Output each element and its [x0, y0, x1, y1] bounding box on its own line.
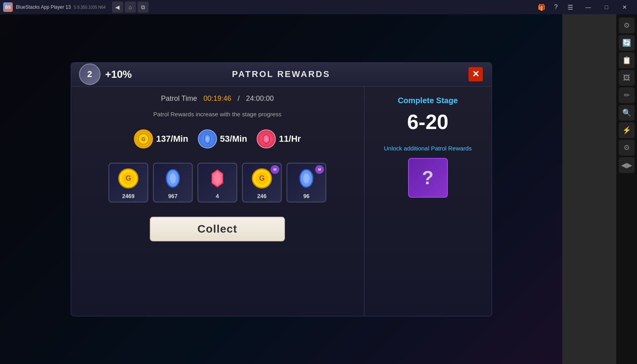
reward-items-row: G 2469 967	[83, 159, 352, 206]
dialog-body: Patrol Time 00:19:46 / 24:00:00 Patrol R…	[71, 87, 492, 316]
gold-rate-icon: G	[134, 129, 153, 148]
right-sidebar: ⚙ 🔄 📋 🖼 ✏ 🔍 ⚡ ⚙ ◀▶	[616, 14, 637, 364]
reward-count-2: 4	[216, 193, 219, 199]
blue-rate-value: 53/Min	[220, 134, 247, 144]
rewards-rate-row: G 137/Min 53/Min	[83, 125, 352, 152]
badge-container: 2 +10%	[79, 64, 132, 85]
right-panel: Complete Stage 6-20 Unlock additional Pa…	[364, 87, 492, 316]
close-dialog-button[interactable]: ✕	[468, 66, 484, 82]
reward-count-3: 246	[257, 193, 266, 199]
svg-point-11	[170, 173, 176, 183]
reward-item-3: M G 246	[242, 163, 282, 202]
reward-item-2: 4	[197, 163, 237, 202]
patrol-rewards-dialog: 2 +10% PATROL REWARDS ✕ Patrol Time 00:1…	[71, 62, 492, 316]
patrol-time-divider: /	[238, 94, 240, 103]
home-button[interactable]: ⌂	[125, 2, 136, 13]
titlebar-nav: ◀ ⌂ ⧉	[112, 2, 149, 13]
gold-rate-value: 137/Min	[156, 134, 188, 144]
close-x-icon: ✕	[469, 67, 483, 81]
back-button[interactable]: ◀	[112, 2, 123, 13]
sidebar-expand-icon[interactable]: ◀▶	[619, 157, 635, 173]
sidebar-icon-0[interactable]: ⚙	[619, 17, 635, 33]
reward-icon-blue	[163, 168, 183, 192]
rate-item-blue: 53/Min	[198, 129, 247, 148]
patrol-description: Patrol Rewards increase with the stage p…	[83, 109, 352, 119]
stage-number: 6-20	[407, 112, 448, 132]
sidebar-icon-5[interactable]: 🔍	[619, 105, 635, 121]
svg-point-4	[206, 136, 209, 142]
sidebar-icon-2[interactable]: 📋	[619, 52, 635, 68]
level-badge: 2	[79, 64, 101, 85]
sidebar-icon-4[interactable]: ✏	[619, 87, 635, 103]
collect-btn-container: Collect	[83, 213, 352, 245]
crystal-rate-value: 11/Hr	[279, 134, 301, 144]
windows-button[interactable]: ⧉	[137, 2, 149, 13]
app-logo: BS	[3, 2, 13, 12]
reward-count-0: 2469	[122, 193, 134, 199]
left-panel: Patrol Time 00:19:46 / 24:00:00 Patrol R…	[71, 87, 364, 316]
sidebar-icon-6[interactable]: ⚡	[619, 122, 635, 138]
minimize-button[interactable]: —	[579, 0, 597, 14]
sidebar-icon-3[interactable]: 🖼	[619, 70, 635, 86]
dialog-title: PATROL REWARDS	[232, 69, 330, 79]
window-controls: — □ ✕	[579, 0, 634, 14]
reward-count-1: 967	[168, 193, 177, 199]
close-button[interactable]: ✕	[616, 0, 634, 14]
reward-icon-gold2: G	[252, 168, 272, 192]
mystery-box: ?	[408, 158, 448, 198]
blue-rate-icon	[198, 129, 217, 148]
rate-item-crystal: 11/Hr	[257, 129, 301, 148]
svg-text:G: G	[141, 137, 145, 142]
reward-item-4: M 96	[287, 163, 326, 202]
menu-button[interactable]: ☰	[565, 2, 576, 13]
sidebar-icon-7[interactable]: ⚙	[619, 140, 635, 156]
collect-button[interactable]: Collect	[150, 217, 285, 241]
reward-icon-blue2	[296, 168, 317, 192]
gift-button[interactable]: 🎁	[536, 2, 547, 13]
dialog-overlay: 2 +10% PATROL REWARDS ✕ Patrol Time 00:1…	[0, 14, 562, 364]
crystal-rate-icon	[257, 129, 276, 148]
svg-text:G: G	[126, 174, 131, 182]
sidebar-icon-1[interactable]: 🔄	[619, 35, 635, 51]
reward-count-4: 96	[303, 193, 310, 199]
maximize-button[interactable]: □	[597, 0, 616, 14]
patrol-time-row: Patrol Time 00:19:46 / 24:00:00	[83, 94, 352, 103]
reward-icon-gold: G	[118, 168, 139, 192]
dialog-header: 2 +10% PATROL REWARDS ✕	[71, 63, 492, 87]
mystery-icon: ?	[422, 167, 434, 189]
patrol-time-label: Patrol Time	[161, 94, 197, 103]
bonus-text: +10%	[105, 68, 132, 81]
rate-item-gold: G 137/Min	[134, 129, 188, 148]
unlock-additional-label: Unlock additional Patrol Rewards	[384, 145, 472, 152]
svg-text:G: G	[259, 174, 265, 182]
patrol-time-max: 24:00:00	[246, 94, 274, 103]
app-title: BlueStacks App Player 13	[16, 4, 71, 10]
reward-item-0: G 2469	[108, 163, 148, 202]
complete-stage-label: Complete Stage	[398, 96, 458, 105]
reward-item-1: 967	[153, 163, 193, 202]
help-button[interactable]: ?	[550, 2, 561, 13]
titlebar-right: 🎁 ? ☰ — □ ✕	[536, 0, 634, 14]
app-version: 5.9.350.1035 N64	[74, 5, 106, 10]
titlebar: BS BlueStacks App Player 13 5.9.350.1035…	[0, 0, 637, 14]
patrol-time-current: 00:19:46	[203, 94, 231, 103]
svg-point-18	[303, 173, 310, 183]
reward-icon-crystal	[207, 168, 228, 192]
